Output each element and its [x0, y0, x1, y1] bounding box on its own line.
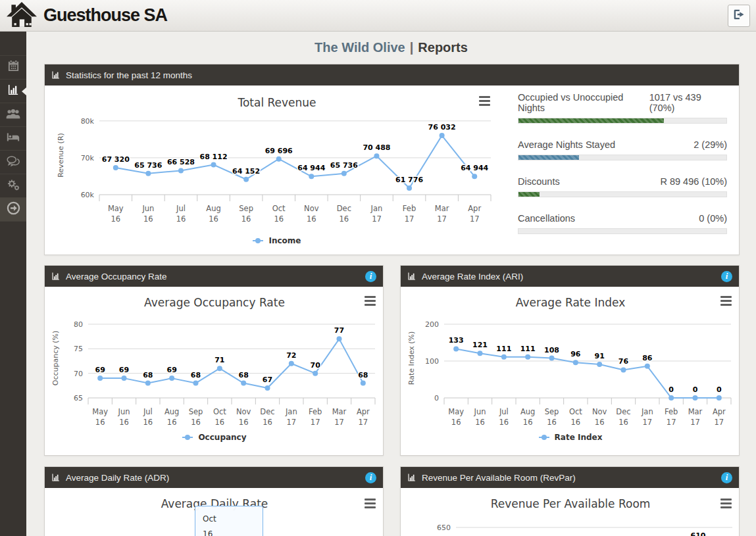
svg-text:16: 16 [111, 214, 120, 224]
svg-text:Jul: Jul [176, 204, 186, 213]
svg-text:80k: 80k [81, 117, 95, 126]
info-icon[interactable] [365, 271, 376, 282]
total-revenue-chart[interactable]: Total Revenue60k70k80kRevenue (R)May16Ju… [50, 89, 504, 227]
svg-text:650: 650 [437, 524, 451, 532]
svg-text:16: 16 [143, 418, 153, 427]
svg-text:17: 17 [372, 214, 382, 224]
svg-text:Dec: Dec [337, 204, 351, 213]
panel-statistics: Statistics for the past 12 months Total … [44, 64, 740, 255]
metric-occupied-nights: Occupied vs Unoccupied Nights 1017 vs 43… [518, 92, 727, 124]
svg-text:0: 0 [668, 385, 674, 394]
svg-text:76 032: 76 032 [428, 123, 456, 132]
revpar-chart[interactable]: Revenue Per Available Room650610 [406, 492, 735, 536]
svg-text:111: 111 [520, 345, 536, 353]
progress-bar [518, 191, 727, 197]
svg-text:16: 16 [119, 418, 129, 427]
svg-text:Oct: Oct [272, 204, 286, 213]
svg-text:108: 108 [544, 346, 559, 354]
panel-header: Average Daily Rate (ADR) [45, 467, 383, 488]
svg-text:69 696: 69 696 [265, 147, 293, 155]
sidebar-nav [0, 32, 26, 536]
chart-legend[interactable]: Income [50, 236, 504, 245]
sidebar-item-guests[interactable] [0, 103, 26, 127]
metric-value: 2 (29%) [693, 139, 727, 150]
svg-text:75: 75 [74, 345, 83, 353]
svg-text:Occupancy (%): Occupancy (%) [51, 331, 60, 386]
metric-value: R 89 496 (10%) [660, 176, 727, 187]
svg-text:Aug: Aug [206, 204, 220, 213]
svg-text:64 944: 64 944 [297, 164, 325, 172]
svg-text:66 528: 66 528 [167, 158, 195, 166]
svg-text:17: 17 [334, 418, 344, 427]
svg-text:16: 16 [176, 214, 186, 224]
svg-text:16: 16 [571, 418, 581, 427]
svg-text:16: 16 [95, 418, 105, 427]
chart-legend[interactable]: Occupancy [50, 433, 379, 442]
svg-text:Nov: Nov [592, 407, 607, 416]
sidebar-item-reports[interactable] [0, 80, 26, 103]
legend-label: Rate Index [555, 433, 603, 442]
svg-text:Jun: Jun [141, 204, 154, 213]
sidebar-item-rooms[interactable] [0, 127, 26, 151]
svg-text:65: 65 [74, 394, 83, 402]
gears-icon [7, 178, 20, 194]
svg-text:96: 96 [570, 350, 581, 358]
chart-menu-icon[interactable] [365, 499, 376, 510]
svg-text:Feb: Feb [309, 407, 322, 416]
sidebar-item-calendar[interactable] [0, 56, 26, 80]
svg-text:Jan: Jan [641, 407, 653, 416]
svg-text:68: 68 [191, 371, 201, 379]
svg-text:Jul: Jul [143, 407, 153, 416]
info-icon[interactable] [721, 271, 732, 282]
sidebar-item-collapse[interactable] [0, 198, 26, 222]
svg-text:17: 17 [667, 418, 676, 427]
logout-icon [732, 8, 745, 24]
metric-label: Discounts [518, 176, 560, 187]
svg-text:64 152: 64 152 [232, 167, 260, 176]
svg-text:Sep: Sep [189, 407, 203, 416]
occupancy-chart[interactable]: Average Occupancy Rate65707580Occupancy … [50, 291, 379, 430]
sidebar-item-messages[interactable] [0, 151, 26, 174]
svg-text:16: 16 [547, 418, 557, 427]
info-icon[interactable] [365, 472, 376, 483]
svg-text:65 736: 65 736 [134, 161, 162, 170]
svg-text:Dec: Dec [616, 407, 630, 416]
svg-text:71: 71 [214, 356, 224, 364]
svg-text:16: 16 [215, 418, 225, 427]
svg-text:Mar: Mar [688, 407, 703, 416]
svg-text:0: 0 [434, 394, 439, 402]
logout-button[interactable] [728, 5, 750, 27]
svg-text:68: 68 [143, 371, 153, 379]
panel-title: Average Rate Index (ARI) [422, 272, 523, 281]
svg-text:Apr: Apr [468, 204, 481, 213]
tooltip-month: Oct [203, 512, 255, 527]
rate-index-chart[interactable]: Average Rate Index0100200Rate Index (%)M… [406, 291, 735, 430]
svg-text:16: 16 [451, 418, 461, 427]
chart-legend[interactable]: Rate Index [406, 433, 735, 442]
tooltip-year: 16 [203, 527, 255, 536]
chart-menu-icon[interactable] [720, 296, 732, 308]
svg-text:16: 16 [241, 214, 251, 224]
panel-title: Average Occupancy Rate [66, 272, 167, 281]
chart-menu-icon[interactable] [479, 96, 490, 108]
metric-label: Occupied vs Unoccupied Nights [518, 92, 649, 113]
chart-menu-icon[interactable] [365, 296, 376, 308]
sidebar-item-settings[interactable] [0, 174, 26, 198]
info-icon[interactable] [721, 472, 732, 483]
svg-text:Sep: Sep [239, 204, 253, 213]
svg-text:121: 121 [472, 341, 488, 349]
chart-menu-icon[interactable] [720, 499, 732, 510]
progress-bar [518, 155, 727, 160]
svg-text:16: 16 [209, 214, 218, 224]
panel-header: Revenue Per Available Room (RevPar) [401, 467, 739, 488]
svg-text:Oct: Oct [569, 407, 582, 416]
panel-rate-index: Average Rate Index (ARI) Average Rate In… [400, 265, 740, 456]
svg-text:Jun: Jun [474, 407, 486, 416]
panel-header: Average Occupancy Rate [45, 266, 383, 287]
metric-value: 1017 vs 439 (70%) [649, 92, 727, 113]
bar-chart-icon [407, 272, 416, 281]
sidebar-spacer [0, 32, 26, 56]
svg-text:91: 91 [595, 352, 605, 360]
svg-text:16: 16 [340, 214, 349, 224]
svg-text:Apr: Apr [357, 407, 370, 416]
